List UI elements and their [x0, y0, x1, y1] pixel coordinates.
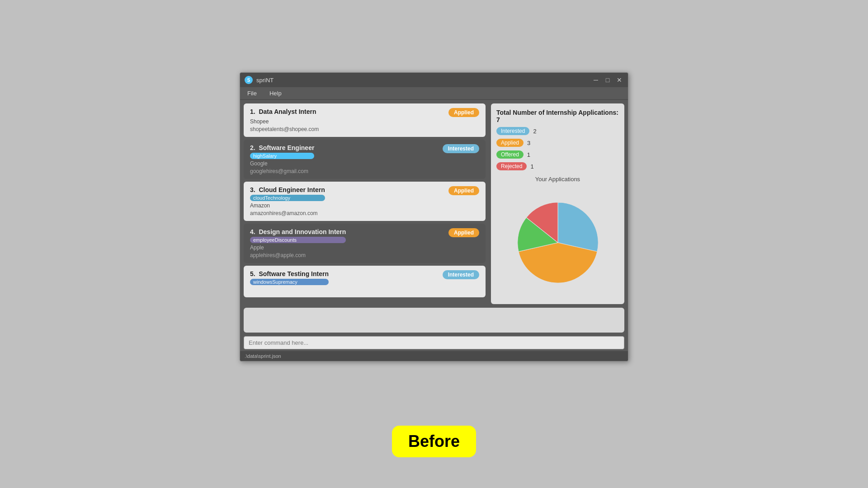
interested-count: 2 [533, 128, 536, 135]
status-bar: .\data\sprint.json [240, 351, 628, 361]
job-company-4: Apple [250, 244, 479, 251]
job-tag-5: windowsSupremacy [250, 279, 329, 285]
job-header-5: 5. Software Testing Intern windowsSuprem… [250, 270, 479, 285]
title-bar: S spriNT ─ □ ✕ [240, 73, 628, 87]
job-card-4[interactable]: 4. Design and Innovation Intern employee… [244, 224, 486, 263]
job-title-5: 5. Software Testing Intern [250, 270, 329, 277]
job-card-3[interactable]: 3. Cloud Engineer Intern cloudTechnology… [244, 182, 486, 221]
job-title-3: 3. Cloud Engineer Intern [250, 186, 325, 193]
maximize-button[interactable]: □ [604, 76, 612, 84]
stats-row-interested: Interested 2 [496, 127, 619, 135]
pie-chart-container [496, 186, 619, 299]
stats-row-applied: Applied 3 [496, 139, 619, 147]
stats-row-offered: Offered 1 [496, 150, 619, 159]
menu-file[interactable]: File [245, 89, 259, 98]
offered-count: 1 [527, 151, 530, 158]
chart-title: Your Applications [496, 176, 619, 183]
window-title: spriNT [256, 77, 274, 84]
window-controls: ─ □ ✕ [592, 76, 623, 84]
applied-count: 3 [527, 140, 530, 146]
job-card-1[interactable]: 1. Data Analyst Intern Applied Shopee sh… [244, 103, 486, 137]
status-badge-4: Applied [448, 228, 479, 237]
job-company-2: Google [250, 160, 479, 167]
job-email-4: applehires@apple.com [250, 252, 479, 258]
menu-help[interactable]: Help [267, 89, 284, 98]
stats-panel: Total Number of Internship Applications:… [491, 103, 624, 304]
menu-bar: File Help [240, 87, 628, 100]
job-tag-3: cloudTechnology [250, 195, 325, 201]
main-content: 1. Data Analyst Intern Applied Shopee sh… [240, 100, 628, 308]
status-badge-3: Applied [448, 186, 479, 195]
job-header-2: 2. Software Engineer highSalary Interest… [250, 144, 479, 159]
output-panel [244, 308, 624, 333]
job-header-1: 1. Data Analyst Intern Applied [250, 108, 479, 117]
job-list[interactable]: 1. Data Analyst Intern Applied Shopee sh… [244, 103, 487, 304]
job-email-1: shopeetalents@shopee.com [250, 126, 479, 132]
main-window: S spriNT ─ □ ✕ File Help 1. Data Analyst… [240, 72, 628, 361]
rejected-count: 1 [530, 163, 533, 170]
before-badge: Before [392, 426, 476, 457]
applied-badge: Applied [496, 139, 524, 147]
job-header-3: 3. Cloud Engineer Intern cloudTechnology… [250, 186, 479, 201]
job-company-1: Shopee [250, 118, 479, 125]
job-title-1: 1. Data Analyst Intern [250, 108, 316, 115]
close-button[interactable]: ✕ [615, 76, 623, 84]
stats-title: Total Number of Internship Applications:… [496, 109, 619, 123]
title-bar-left: S spriNT [245, 76, 274, 84]
job-card-2[interactable]: 2. Software Engineer highSalary Interest… [244, 140, 486, 179]
pie-chart [510, 195, 605, 290]
interested-badge: Interested [496, 127, 529, 135]
job-email-2: googlehires@gmail.com [250, 168, 479, 174]
job-company-3: Amazon [250, 202, 479, 209]
stats-row-rejected: Rejected 1 [496, 162, 619, 170]
job-title-4: 4. Design and Innovation Intern [250, 228, 346, 235]
app-icon: S [245, 76, 253, 84]
status-badge-1: Applied [448, 108, 479, 117]
job-header-4: 4. Design and Innovation Intern employee… [250, 228, 479, 243]
job-card-5[interactable]: 5. Software Testing Intern windowsSuprem… [244, 266, 486, 297]
status-badge-5: Interested [443, 270, 479, 279]
job-tag-2: highSalary [250, 153, 314, 159]
command-input[interactable] [244, 336, 624, 349]
minimize-button[interactable]: ─ [592, 76, 600, 84]
status-badge-2: Interested [443, 144, 479, 153]
job-tag-4: employeeDiscounts [250, 237, 346, 243]
job-email-3: amazonhires@amazon.com [250, 210, 479, 216]
offered-badge: Offered [496, 150, 524, 159]
rejected-badge: Rejected [496, 162, 527, 170]
status-path: .\data\sprint.json [245, 353, 281, 359]
job-title-2: 2. Software Engineer [250, 144, 314, 151]
